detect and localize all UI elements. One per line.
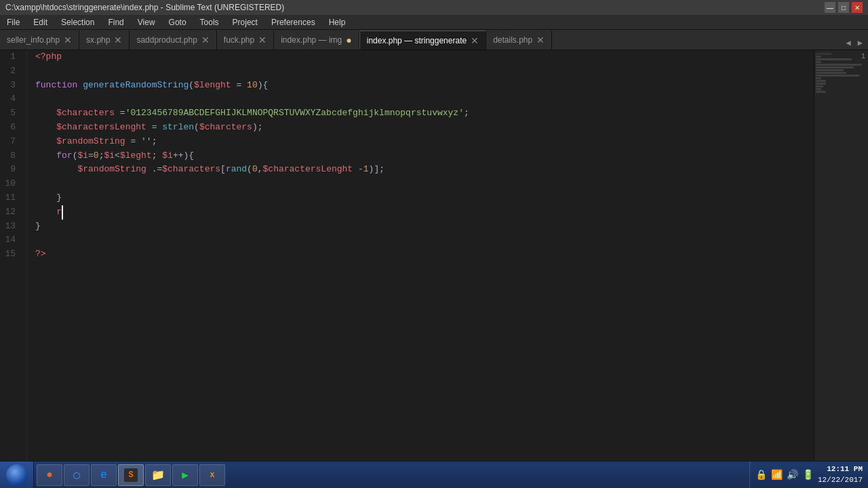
code-line-5: $characters ='0123456789ABCDEFGHIJKLMNOP… bbox=[35, 106, 814, 121]
tab-label: fuck.php bbox=[224, 35, 254, 45]
menu-project[interactable]: Project bbox=[226, 16, 264, 28]
mini-line bbox=[816, 91, 826, 93]
system-clock[interactable]: 12:11 PM 12/22/2017 bbox=[818, 464, 863, 485]
clock-time: 12:11 PM bbox=[818, 464, 863, 474]
tab-close-icon[interactable]: ✕ bbox=[471, 36, 479, 45]
taskbar-filemanager[interactable]: 📁 bbox=[145, 464, 171, 486]
filemanager-icon: 📁 bbox=[151, 468, 165, 482]
tab-seller-info[interactable]: seller_info.php ✕ bbox=[0, 30, 79, 49]
line-num-9: 9 bbox=[0, 163, 21, 177]
mini-line bbox=[816, 77, 821, 79]
tab-label: index.php — img bbox=[281, 35, 342, 45]
mini-line bbox=[816, 85, 823, 87]
maximize-button[interactable]: □ bbox=[838, 2, 849, 13]
line-numbers: 1 2 3 4 5 6 7 8 9 10 11 12 13 14 15 bbox=[0, 50, 27, 472]
tab-label: sx.php bbox=[86, 35, 110, 45]
line-num-10: 10 bbox=[0, 177, 21, 191]
code-line-3: function generateRandomString($lenght = … bbox=[35, 79, 814, 93]
menu-help[interactable]: Help bbox=[322, 16, 353, 28]
tab-right-arrow[interactable]: ▶ bbox=[855, 37, 865, 49]
taskbar-chrome[interactable]: ◯ bbox=[64, 464, 90, 486]
line-num-2: 2 bbox=[0, 64, 21, 79]
tab-index-img[interactable]: index.php — img ● bbox=[274, 30, 359, 49]
start-button[interactable] bbox=[0, 462, 34, 489]
tray-battery-icon[interactable]: 🔋 bbox=[802, 469, 814, 481]
title-bar-left: C:\xampp\htdocs\stringgenerate\index.php… bbox=[5, 3, 284, 12]
line-num-1: 1 bbox=[0, 50, 21, 64]
line-num-7: 7 bbox=[0, 135, 21, 149]
taskbar-sublime[interactable]: S bbox=[118, 464, 144, 486]
tab-sx[interactable]: sx.php ✕ bbox=[79, 30, 130, 49]
tab-close-icon[interactable]: ✕ bbox=[64, 35, 72, 45]
tab-label: details.php bbox=[493, 35, 532, 45]
code-line-1: <?php bbox=[35, 50, 814, 64]
line-num-13: 13 bbox=[0, 220, 21, 234]
mini-line bbox=[816, 88, 821, 90]
menu-preferences[interactable]: Preferences bbox=[264, 16, 322, 28]
mini-line bbox=[816, 64, 862, 66]
taskbar-xampp[interactable]: X bbox=[199, 464, 225, 486]
tab-fuck[interactable]: fuck.php ✕ bbox=[217, 30, 274, 49]
menu-find[interactable]: Find bbox=[101, 16, 130, 28]
title-bar: C:\xampp\htdocs\stringgenerate\index.php… bbox=[0, 0, 868, 15]
tab-close-icon[interactable]: ✕ bbox=[258, 35, 267, 45]
code-editor[interactable]: <?php function generateRandomString($len… bbox=[27, 50, 814, 472]
minimize-button[interactable]: — bbox=[825, 2, 835, 13]
tab-details[interactable]: details.php ✕ bbox=[486, 30, 552, 49]
code-line-14 bbox=[35, 233, 814, 247]
line-num-4: 4 bbox=[0, 92, 21, 106]
xampp-icon: X bbox=[205, 468, 219, 482]
menu-edit[interactable]: Edit bbox=[26, 16, 54, 28]
tab-arrows[interactable]: ◀ ▶ bbox=[841, 37, 868, 49]
tab-label: saddproduct.php bbox=[136, 35, 197, 45]
close-button[interactable]: ✕ bbox=[852, 2, 863, 13]
menu-view[interactable]: View bbox=[131, 16, 162, 28]
code-line-11: } bbox=[35, 191, 814, 205]
tray-network-icon[interactable]: 📶 bbox=[771, 469, 783, 481]
line-num-11: 11 bbox=[0, 191, 21, 205]
line-num-15: 15 bbox=[0, 247, 21, 262]
tab-close-icon[interactable]: ● bbox=[346, 35, 351, 45]
code-line-15: ?> bbox=[35, 247, 814, 262]
line-num-14: 14 bbox=[0, 233, 21, 247]
menu-file[interactable]: File bbox=[0, 16, 26, 28]
code-line-4 bbox=[35, 92, 814, 106]
code-line-7: $randomString = ''; bbox=[35, 135, 814, 149]
tab-saddproduct[interactable]: saddproduct.php ✕ bbox=[130, 30, 216, 49]
minimap-content bbox=[814, 50, 868, 96]
menu-tools[interactable]: Tools bbox=[193, 16, 226, 28]
code-line-2 bbox=[35, 64, 814, 79]
taskbar-ie[interactable]: e bbox=[91, 464, 117, 486]
mini-line bbox=[816, 66, 854, 68]
mini-line bbox=[816, 61, 821, 63]
taskbar-tray: 🔒 📶 🔊 🔋 12:11 PM 12/22/2017 bbox=[749, 462, 868, 489]
taskbar-mediaplayer[interactable]: ▶ bbox=[172, 464, 198, 486]
ie-icon: e bbox=[97, 468, 111, 482]
tab-left-arrow[interactable]: ◀ bbox=[844, 37, 854, 49]
mini-line bbox=[816, 53, 831, 55]
minimap: 1 bbox=[814, 50, 868, 472]
tab-bar: seller_info.php ✕ sx.php ✕ saddproduct.p… bbox=[0, 30, 868, 50]
tab-close-icon[interactable]: ✕ bbox=[114, 35, 122, 45]
tab-index-stringgenerate[interactable]: index.php — stringgenerate ✕ bbox=[359, 30, 486, 49]
tray-security-icon[interactable]: 🔒 bbox=[755, 469, 767, 481]
tray-volume-icon[interactable]: 🔊 bbox=[787, 469, 798, 481]
code-line-8: for($i=0;$i<$leght; $i++){ bbox=[35, 149, 814, 163]
mini-line bbox=[816, 80, 826, 82]
code-line-12: r bbox=[35, 205, 814, 220]
taskbar-firefox[interactable]: ● bbox=[37, 464, 62, 486]
taskbar: ● ◯ e S 📁 ▶ X 🔒 📶 🔊 🔋 12:11 PM bbox=[0, 461, 868, 488]
menu-goto[interactable]: Goto bbox=[162, 16, 193, 28]
tab-close-icon[interactable]: ✕ bbox=[536, 35, 545, 45]
taskbar-tasks: ● ◯ e S 📁 ▶ X bbox=[34, 464, 749, 486]
menu-selection[interactable]: Selection bbox=[54, 16, 101, 28]
tab-label: seller_info.php bbox=[7, 35, 60, 45]
app-title: C:\xampp\htdocs\stringgenerate\index.php… bbox=[5, 3, 284, 12]
tab-close-icon[interactable]: ✕ bbox=[201, 35, 210, 45]
sublime-icon: S bbox=[124, 468, 138, 482]
firefox-icon: ● bbox=[43, 468, 56, 482]
tab-label: index.php — stringgenerate bbox=[367, 36, 467, 45]
menu-bar: File Edit Selection Find View Goto Tools… bbox=[0, 15, 868, 30]
title-bar-controls[interactable]: — □ ✕ bbox=[825, 2, 863, 13]
code-line-6: $charactersLenght = strlen($charcters); bbox=[35, 121, 814, 135]
